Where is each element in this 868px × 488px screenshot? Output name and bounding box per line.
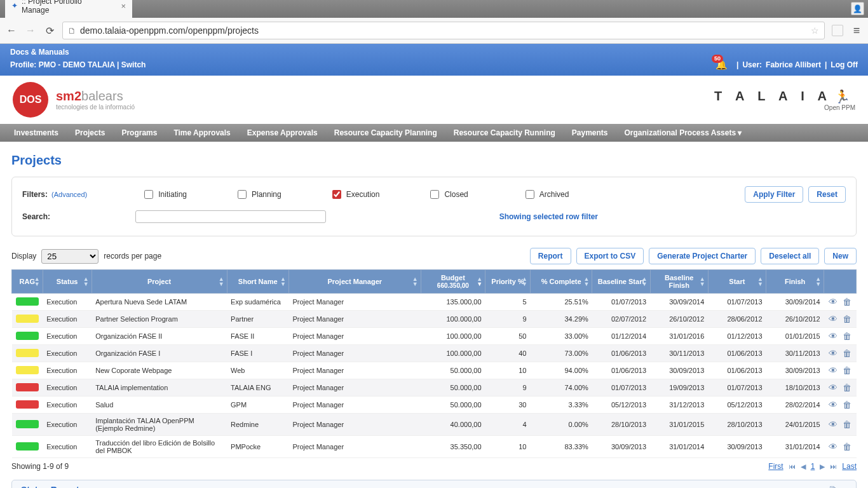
planning-checkbox[interactable]: Planning [238,190,281,199]
last-link[interactable]: Last [842,462,857,471]
nav-expense-approvals[interactable]: Expense Approvals [240,124,325,142]
nav-projects[interactable]: Projects [67,124,112,142]
apply-filter-button[interactable]: Apply Filter [745,186,803,203]
table-row[interactable]: ExecutionOrganización FASE IFASE IProjec… [12,345,857,362]
first-page-icon[interactable]: ⏮ [789,463,796,470]
cell-complete: 33.00% [531,328,592,345]
table-row[interactable]: ExecutionPartner Selection ProgramPartne… [12,311,857,328]
col-project[interactable]: Project▲▼ [92,270,227,294]
reset-button[interactable]: Reset [808,186,846,203]
view-icon[interactable]: 👁 [829,419,837,430]
col-short[interactable]: Short Name▲▼ [227,270,288,294]
closed-checkbox[interactable]: Closed [430,190,468,199]
back-button[interactable]: ← [5,24,18,37]
status-report-panel[interactable]: Status Report ⎘ ▾ [11,480,857,488]
col-finish[interactable]: Finish▲▼ [766,270,824,294]
close-icon[interactable]: × [121,1,126,11]
docs-link[interactable]: Docs & Manuals [10,48,69,57]
cell-priority: 50 [485,328,531,345]
table-row[interactable]: ExecutionTraducción del libro Edición de… [12,436,857,458]
next-page-icon[interactable]: ▶ [820,463,825,471]
logoff-link[interactable]: Log Off [831,60,858,69]
table-row[interactable]: ExecutionTALAIA implementationTALAIA ENG… [12,379,857,396]
col-pm[interactable]: Project Manager▲▼ [288,270,421,294]
generate-charter-button[interactable]: Generate Project Charter [649,248,756,264]
cell-bstart: 05/12/2013 [592,396,650,414]
url-bar[interactable]: 🗋 ☆ [62,22,825,39]
export-csv-button[interactable]: Export to CSV [576,248,644,264]
nav-organizational-process-assets[interactable]: Organizational Process Assets ▾ [617,124,750,142]
delete-icon[interactable]: 🗑 [843,365,851,376]
prev-page-icon[interactable]: ◀ [801,463,806,471]
cell-project: Apertura Nueva Sede LATAM [92,294,227,311]
url-input[interactable] [80,25,807,36]
selected-row-filter-link[interactable]: Showing selected row filter [499,212,598,221]
delete-icon[interactable]: 🗑 [843,400,851,410]
delete-icon[interactable]: 🗑 [843,442,851,452]
reload-button[interactable]: ⟳ [43,24,56,37]
new-button[interactable]: New [824,248,857,264]
cell-pm: Project Manager [288,414,421,436]
chrome-profile-icon[interactable]: 👤 [851,2,864,15]
cell-start: 28/06/2012 [708,311,766,328]
view-icon[interactable]: 👁 [829,314,837,324]
nav-resource-capacity-planning[interactable]: Resource Capacity Planning [327,124,445,142]
chrome-menu-icon[interactable]: ≡ [850,24,863,37]
switch-link[interactable]: Switch [121,60,146,69]
initiating-checkbox[interactable]: Initiating [144,190,187,199]
page-size-select[interactable]: 25 [41,249,98,264]
delete-icon[interactable]: 🗑 [843,419,851,430]
delete-icon[interactable]: 🗑 [843,297,851,307]
col-start[interactable]: Start▲▼ [708,270,766,294]
table-row[interactable]: ExecutionNew Coporate WebpageWebProject … [12,362,857,379]
search-input[interactable] [135,210,326,223]
cell-complete: 94.00% [531,362,592,379]
browser-tab[interactable]: ✦ :: Project Portfolio Manage × [5,0,132,18]
cell-budget: 50.000,00 [421,362,485,379]
notifications-button[interactable]: 50 🔔 [715,59,728,71]
col-rag[interactable]: RAG▲▼ [12,270,43,294]
forward-button[interactable]: → [24,24,37,37]
delete-icon[interactable]: 🗑 [843,348,851,358]
view-icon[interactable]: 👁 [829,400,837,410]
chevron-down-icon[interactable]: ▾ [842,484,847,488]
nav-payments[interactable]: Payments [564,124,616,142]
view-icon[interactable]: 👁 [829,383,837,393]
col-budget[interactable]: Budget660.350,00▲▼ [421,270,485,294]
first-link[interactable]: First [768,462,783,471]
table-row[interactable]: ExecutionOrganización FASE IIFASE IIProj… [12,328,857,345]
cell-finish: 30/09/2014 [766,294,824,311]
archived-checkbox[interactable]: Archived [526,190,569,199]
advanced-link[interactable]: (Advanced) [51,191,87,198]
nav-programs[interactable]: Programs [114,124,165,142]
nav-investments[interactable]: Investments [6,124,66,142]
user-name[interactable]: Fabrice Allibert [766,60,821,69]
view-icon[interactable]: 👁 [829,365,837,376]
cell-project: Organización FASE I [92,345,227,362]
last-page-icon[interactable]: ⏭ [830,463,837,470]
view-icon[interactable]: 👁 [829,331,837,341]
report-button[interactable]: Report [530,248,571,264]
deselect-all-button[interactable]: Deselect all [761,248,819,264]
view-icon[interactable]: 👁 [829,442,837,452]
nav-resource-capacity-running[interactable]: Resource Capacity Running [446,124,563,142]
nav-time-approvals[interactable]: Time Approvals [166,124,238,142]
table-row[interactable]: ExecutionApertura Nueva Sede LATAMExp su… [12,294,857,311]
delete-icon[interactable]: 🗑 [843,383,851,393]
col-complete[interactable]: % Complete▲▼ [531,270,592,294]
view-icon[interactable]: 👁 [829,297,837,307]
bookmark-icon[interactable]: ☆ [811,25,819,36]
delete-icon[interactable]: 🗑 [843,331,851,341]
col-priority[interactable]: Priority %▲▼ [485,270,531,294]
export-icon[interactable]: ⎘ [830,484,836,488]
extensions-icon[interactable] [831,24,844,37]
col-bfinish[interactable]: Baseline Finish▲▼ [650,270,708,294]
page-number[interactable]: 1 [811,462,815,471]
delete-icon[interactable]: 🗑 [843,314,851,324]
table-row[interactable]: ExecutionImplantación TALAIA OpenPPM (Ej… [12,414,857,436]
col-status[interactable]: Status▲▼ [43,270,92,294]
execution-checkbox[interactable]: Execution [332,190,380,199]
col-bstart[interactable]: Baseline Start▲▼ [592,270,650,294]
table-row[interactable]: ExecutionSaludGPMProject Manager50.000,0… [12,396,857,414]
view-icon[interactable]: 👁 [829,348,837,358]
